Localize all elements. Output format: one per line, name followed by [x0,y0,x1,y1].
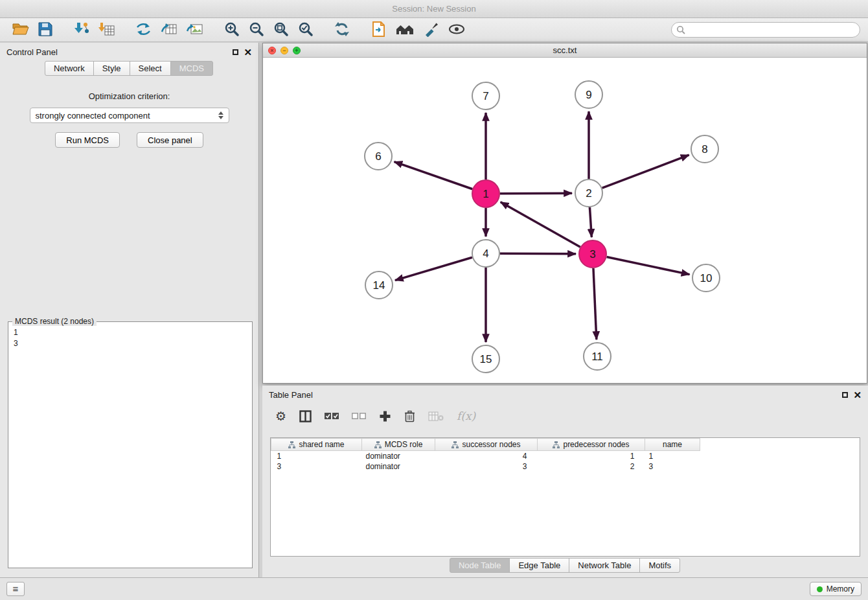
svg-text:4: 4 [483,248,488,260]
maximize-window-icon[interactable]: + [293,47,301,54]
minimize-window-icon[interactable]: − [280,47,288,54]
graph-node-8[interactable]: 8 [691,135,718,163]
plus-icon [379,410,391,422]
delete-table-button[interactable] [428,411,444,422]
select-all-rows-button[interactable] [325,411,339,421]
tab-edge-table[interactable]: Edge Table [509,558,569,573]
mcds-result-lines: 13 [8,322,252,354]
dropdown-stepper-icon [218,111,223,119]
network-table-icon [161,21,177,39]
graph-edge-2-3[interactable] [589,207,591,237]
table-settings-button[interactable]: ⚙ [275,410,286,422]
memory-button[interactable]: Memory [810,582,862,596]
graph-edge-3-11[interactable] [593,268,597,340]
table-row[interactable]: 3dominator323 [271,461,860,472]
run-mcds-button[interactable]: Run MCDS [55,132,120,148]
graph-edge-3-1[interactable] [501,202,580,247]
mcds-result-title: MCDS result (2 nodes) [12,317,97,326]
optimization-criterion-select[interactable]: strongly connected component [30,108,229,123]
graph-node-9[interactable]: 9 [575,81,602,108]
network-canvas[interactable]: 7968124314101511 [263,58,867,383]
graph-edge-1-2[interactable] [500,193,572,194]
export-image-button[interactable] [182,20,208,40]
graph-node-1[interactable]: 1 [472,180,499,207]
open-document-button[interactable] [366,20,391,40]
close-window-icon[interactable]: × [268,47,276,54]
refresh-view-button[interactable] [330,20,354,40]
tab-network[interactable]: Network [45,61,94,76]
import-table-button[interactable] [94,20,119,40]
tab-mcds[interactable]: MCDS [170,61,213,76]
graph-node-11[interactable]: 11 [584,343,611,370]
table-row[interactable]: 1dominator411 [271,451,860,461]
graph-node-3[interactable]: 3 [579,240,606,268]
task-history-button[interactable]: ≡ [6,582,25,596]
attribute-icon [553,441,560,448]
window-title: Session: New Session [392,4,475,14]
window-controls: × − + [268,47,301,54]
column-header-predecessor-nodes[interactable]: predecessor nodes [538,439,645,451]
tab-select[interactable]: Select [130,61,171,76]
zoom-selected-button[interactable] [293,20,318,40]
float-table-panel-icon[interactable] [842,392,848,398]
network-window-titlebar[interactable]: × − + scc.txt [263,43,867,58]
node-table-body: 1dominator4113dominator323 [271,451,860,472]
graph-node-15[interactable]: 15 [472,345,499,373]
tab-style[interactable]: Style [93,61,130,76]
float-panel-icon[interactable] [233,49,238,55]
graph-edge-3-10[interactable] [607,257,690,275]
delete-column-button[interactable] [404,410,415,422]
add-column-button[interactable] [379,410,391,422]
home-button[interactable] [391,20,419,40]
network-graph: 7968124314101511 [263,58,867,384]
control-panel-tabs: Network Style Select MCDS [0,61,258,76]
tab-node-table[interactable]: Node Table [450,558,510,573]
style-button[interactable] [419,20,444,40]
deselect-all-rows-button[interactable] [352,411,366,421]
mcds-result-line: 1 [14,327,247,338]
graph-node-6[interactable]: 6 [365,143,392,170]
close-panel-button[interactable]: Close panel [137,132,203,148]
window-titlebar: Session: New Session [0,0,868,18]
graph-node-14[interactable]: 14 [365,271,393,299]
network-table-button[interactable] [156,20,182,40]
zoom-out-button[interactable] [244,20,269,40]
zoom-fit-button[interactable] [269,20,293,40]
table-panel: Table Panel ✕ ⚙ f(x) shared name MCDS ro… [262,386,868,577]
column-header-successor-nodes[interactable]: successor nodes [435,439,538,451]
table-panel-title: Table Panel [269,390,313,400]
brush-icon [424,21,439,39]
trash-icon [404,410,415,422]
graph-edge-2-8[interactable] [602,155,689,188]
graph-node-7[interactable]: 7 [472,82,499,110]
tab-network-table[interactable]: Network Table [569,558,640,573]
search-input[interactable] [671,22,860,38]
import-network-button[interactable] [69,20,94,40]
optimization-criterion-label: Optimization criterion: [0,91,258,101]
svg-text:11: 11 [591,351,603,363]
column-header-shared-name[interactable]: shared name [271,439,362,451]
save-session-button[interactable] [34,20,57,40]
show-hide-button[interactable] [444,20,470,40]
show-columns-button[interactable] [299,410,312,422]
zoom-in-icon [224,21,240,39]
graph-node-10[interactable]: 10 [692,264,720,292]
network-arrows-icon [135,21,152,39]
graph-node-4[interactable]: 4 [472,240,499,267]
open-file-button[interactable] [8,20,34,40]
close-table-panel-icon[interactable]: ✕ [853,391,862,398]
new-network-button[interactable] [131,20,156,40]
table-toolbar: ⚙ f(x) [262,404,868,428]
graph-node-2[interactable]: 2 [575,179,602,207]
function-builder-button[interactable]: f(x) [457,410,475,422]
memory-status-icon [817,586,823,592]
column-header-mcds-role[interactable]: MCDS role [362,439,435,451]
graph-edge-4-3[interactable] [500,253,576,254]
zoom-in-button[interactable] [220,20,244,40]
graph-edge-1-6[interactable] [394,162,473,189]
tab-motifs[interactable]: Motifs [639,558,680,573]
graph-edge-4-14[interactable] [395,257,472,280]
close-panel-icon[interactable]: ✕ [244,49,252,56]
search-icon [676,25,685,34]
column-header-name[interactable]: name [645,439,700,451]
